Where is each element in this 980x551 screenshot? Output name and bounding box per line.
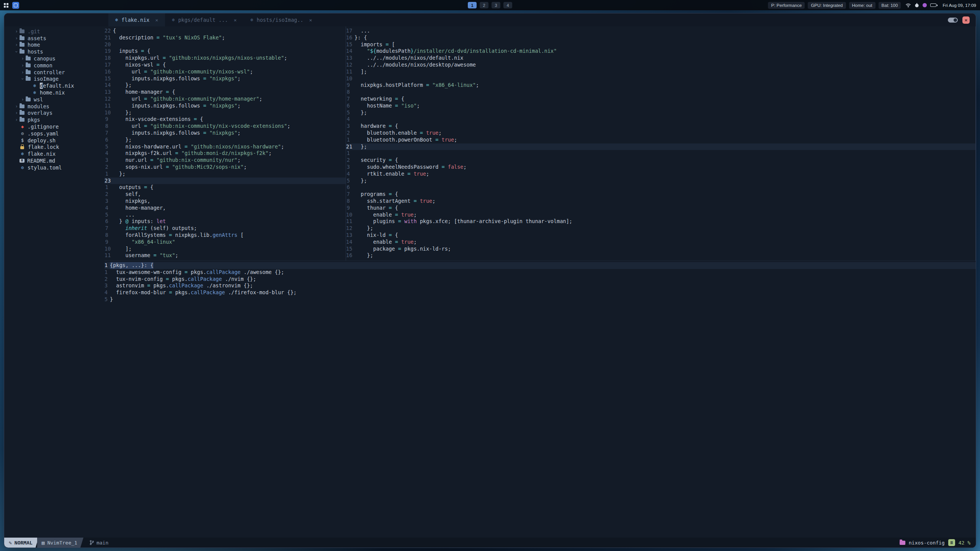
code-line[interactable]: 5 ... [105, 212, 346, 218]
code-line[interactable]: 11 plugins = with pkgs.xfce; [thunar-arc… [346, 218, 975, 225]
code-line[interactable]: 1 tux-awesome-wm-config = pkgs.callPacka… [105, 269, 976, 276]
tree-item--gitignore[interactable]: ◆.gitignore [4, 123, 105, 130]
code-line[interactable]: 6 } @ inputs: let [105, 218, 346, 225]
code-line[interactable]: 12 }; [346, 225, 975, 232]
code-line[interactable]: 13 home-manager = { [105, 89, 346, 96]
code-line[interactable]: 10 ]; [105, 246, 346, 253]
code-line[interactable]: 7 inherit (self) outputs; [105, 225, 346, 232]
code-line[interactable]: 2 bluetooth.enable = true; [346, 130, 975, 137]
code-line[interactable]: 22{ [105, 28, 346, 34]
code-line[interactable]: 8 [346, 89, 975, 96]
code-line[interactable]: 21 description = "tux's NixOS Flake"; [105, 34, 346, 41]
code-line[interactable]: 1 bluetooth.powerOnBoot = true; [346, 137, 975, 143]
code-line[interactable]: 7 networking = { [346, 96, 975, 103]
code-line[interactable]: 3 nixpkgs, [105, 198, 346, 205]
editor-flake-nix[interactable]: 22{21 description = "tux's NixOS Flake";… [105, 26, 346, 261]
code-line[interactable]: 1 outputs = { [105, 184, 346, 191]
editor-hosts-isoimage-default-nix[interactable]: 17 ...16}: {15 imports = [14 "${modulesP… [346, 26, 976, 261]
code-line[interactable]: 6 hostName = "iso"; [346, 103, 975, 109]
code-line[interactable]: 23 [105, 178, 346, 184]
code-line[interactable]: 3 astronvim = pkgs.callPackage ./astronv… [105, 282, 976, 289]
code-line[interactable]: 8 url = "github:nix-community/nix-vscode… [105, 123, 346, 130]
code-line[interactable]: 5 }; [346, 178, 975, 184]
code-line[interactable]: 10 }; [105, 109, 346, 116]
workspace-button-1[interactable]: 1 [468, 2, 477, 8]
code-line[interactable]: 3 nur.url = "github:nix-community/nur"; [105, 157, 346, 164]
tree-item-wsl[interactable]: ›wsl [4, 96, 105, 103]
tree-item-overlays[interactable]: ›overlays [4, 110, 105, 117]
code-line[interactable]: 4 rtkit.enable = true; [346, 171, 975, 178]
code-line[interactable]: 4 nixpkgs-f2k.url = "github:moni-dz/nixp… [105, 150, 346, 157]
code-line[interactable]: 10 enable = true; [346, 212, 975, 218]
code-line[interactable]: 13 nix-ld = { [346, 232, 975, 239]
code-line[interactable]: 6 }; [105, 137, 346, 143]
code-line[interactable]: 8 forAllSystems = nixpkgs.lib.genAttrs [ [105, 232, 346, 239]
tree-item-flake-lock[interactable]: flake.lock [4, 144, 105, 151]
code-line[interactable]: 1{pkgs, ...}: { [105, 262, 976, 269]
tree-item-default-nix[interactable]: ❄default.nix [4, 82, 105, 89]
code-line[interactable]: 14 }; [105, 82, 346, 89]
tree-item-readme-md[interactable]: MREADME.md [4, 157, 105, 164]
code-line[interactable]: 2 tux-nvim-config = pkgs.callPackage ./n… [105, 276, 976, 283]
tab-close-icon[interactable]: × [155, 17, 158, 23]
code-line[interactable]: 4 [346, 116, 975, 123]
tree-item-isoimage[interactable]: ›isoImage [4, 76, 105, 83]
tree-item-hosts[interactable]: ›hosts [4, 48, 105, 55]
toggle-switch-icon[interactable] [948, 18, 958, 23]
tree-item-pkgs[interactable]: ›pkgs [4, 116, 105, 123]
code-line[interactable]: 2 security = { [346, 157, 975, 164]
tree-item-modules[interactable]: ›modules [4, 103, 105, 110]
tree-item-stylua-toml[interactable]: ⚙stylua.toml [4, 164, 105, 171]
code-line[interactable]: 21 }; [346, 143, 975, 150]
code-line[interactable]: 15 inputs.nixpkgs.follows = "nixpkgs"; [105, 75, 346, 82]
code-line[interactable]: 19 inputs = { [105, 48, 346, 55]
code-line[interactable]: 12 ../../modules/nixos/desktop/awesome [346, 62, 975, 68]
tab-close-icon[interactable]: × [234, 17, 237, 23]
code-line[interactable]: 4 home-manager, [105, 205, 346, 212]
launcher-icon[interactable] [12, 2, 19, 9]
tree-item-canopus[interactable]: ›canopus [4, 55, 105, 62]
tree-item-flake-nix[interactable]: ❄flake.nix [4, 150, 105, 157]
code-line[interactable]: 2 sops-nix.url = "github:Mic92/sops-nix"… [105, 164, 346, 171]
code-line[interactable]: 9 thunar = { [346, 205, 975, 212]
code-line[interactable]: 15 package = pkgs.nix-ld-rs; [346, 246, 975, 253]
code-line[interactable]: 14 "${modulesPath}/installer/cd-dvd/inst… [346, 48, 975, 55]
code-line[interactable]: 2 self, [105, 191, 346, 198]
window-close-button[interactable]: × [962, 16, 970, 24]
code-line[interactable]: 12 url = "github:nix-community/home-mana… [105, 96, 346, 103]
code-line[interactable]: 10 [346, 75, 975, 82]
code-line[interactable]: 9 nix-vscode-extensions = { [105, 116, 346, 123]
editor-pkgs-default-nix[interactable]: 1{pkgs, ...}: {1 tux-awesome-wm-config =… [105, 261, 976, 538]
code-line[interactable]: 11 ]; [346, 68, 975, 75]
code-line[interactable]: 14 enable = true; [346, 239, 975, 246]
tree-item-controller[interactable]: ›controller [4, 69, 105, 76]
workspace-button-2[interactable]: 2 [480, 2, 488, 8]
app-menu-icon[interactable] [4, 3, 8, 8]
code-line[interactable]: 11 inputs.nixpkgs.follows = "nixpkgs"; [105, 103, 346, 109]
code-line[interactable]: 1 [346, 150, 975, 157]
code-line[interactable]: 9 nixpkgs.hostPlatform = "x86_64-linux"; [346, 82, 975, 89]
tree-item--git[interactable]: ›.git [4, 28, 105, 35]
code-line[interactable]: 5 }; [346, 109, 975, 116]
code-line[interactable]: 17 ... [346, 28, 975, 34]
code-line[interactable]: 16 url = "github:nix-community/nixos-wsl… [105, 68, 346, 75]
code-line[interactable]: 8 ssh.startAgent = true; [346, 198, 975, 205]
code-line[interactable]: 5 nixos-hardware.url = "github:nixos/nix… [105, 143, 346, 150]
code-line[interactable]: 15 imports = [ [346, 41, 975, 48]
code-line[interactable]: 1 }; [105, 171, 346, 178]
code-line[interactable]: 16 }; [346, 252, 975, 259]
tree-item-common[interactable]: ›common [4, 62, 105, 69]
code-line[interactable]: 3 sudo.wheelNeedsPassword = false; [346, 164, 975, 171]
tab-pkgs-default-[interactable]: ❄pkgs/default ...× [165, 13, 243, 26]
code-line[interactable]: 5} [105, 296, 976, 303]
code-line[interactable]: 3 hardware = { [346, 123, 975, 130]
code-line[interactable]: 18 nixpkgs.url = "github:nixos/nixpkgs/n… [105, 55, 346, 62]
code-line[interactable]: 7 programs = { [346, 191, 975, 198]
code-line[interactable]: 11 username = "tux"; [105, 252, 346, 259]
workspace-button-4[interactable]: 4 [503, 2, 512, 8]
code-line[interactable]: 17 nixos-wsl = { [105, 62, 346, 68]
notification-dot-icon[interactable] [923, 3, 927, 7]
tree-item-assets[interactable]: ›assets [4, 35, 105, 42]
code-line[interactable]: 9 "x86_64-linux" [105, 239, 346, 246]
tab-hosts-isoimag-[interactable]: ❄hosts/isoImag..× [243, 13, 319, 26]
